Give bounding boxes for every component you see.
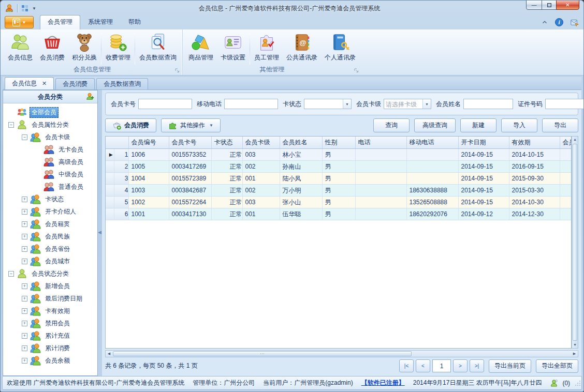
tree-item-7[interactable]: +卡状态 (3, 193, 97, 205)
table-row-1[interactable]: 210050003417269正常002孙南山男2014-09-152016-0… (106, 161, 572, 173)
tree-item-0[interactable]: 全部会员 (3, 106, 97, 118)
ribbon-button-0-2[interactable]: 积分兑换 (68, 31, 100, 64)
column-header-2[interactable]: 卡状态 (211, 137, 242, 149)
chevron-down-icon[interactable]: ▼ (422, 99, 431, 109)
document-tab-1[interactable]: 会员消费 (55, 78, 95, 89)
vertical-scroll-thumb[interactable] (573, 144, 577, 341)
column-header-3[interactable]: 会员卡级 (242, 137, 280, 149)
tree-item-14[interactable]: +新增会员 (3, 280, 97, 292)
expand-node-icon[interactable]: + (22, 296, 27, 301)
expand-node-icon[interactable]: + (22, 246, 27, 252)
page-number-input[interactable] (432, 359, 451, 372)
member-consume-button[interactable]: 会员消费 (105, 118, 156, 132)
column-header-6[interactable]: 电话 (355, 137, 406, 149)
collapse-ribbon-icon[interactable] (541, 19, 548, 26)
tree-item-1[interactable]: −会员属性分类 (3, 118, 97, 131)
expand-node-icon[interactable]: + (22, 345, 27, 351)
info-icon[interactable]: i (554, 18, 564, 27)
scroll-left-arrow[interactable]: ◀ (106, 351, 112, 357)
tree-item-10[interactable]: +会员民族 (3, 230, 97, 243)
dialog-launcher-icon[interactable] (353, 67, 359, 73)
expand-node-icon[interactable]: + (22, 259, 27, 264)
expand-node-icon[interactable]: + (22, 308, 27, 314)
expand-node-icon[interactable]: + (22, 221, 27, 227)
tree-item-20[interactable]: +会员余额 (3, 354, 97, 367)
search-input-4[interactable] (463, 99, 513, 109)
table-row-3[interactable]: 410030003842687正常002万小明男186306388882014-… (106, 185, 572, 197)
tree-item-8[interactable]: +开卡介绍人 (3, 205, 97, 218)
tree-item-19[interactable]: +累计消费 (3, 342, 97, 354)
import-button[interactable]: 导入 (501, 118, 537, 132)
expand-node-icon[interactable]: + (22, 234, 27, 239)
last-page-button[interactable]: >| (470, 359, 484, 372)
export-button[interactable]: 导出 (542, 118, 578, 132)
column-header-1[interactable]: 会员卡号 (169, 137, 211, 149)
ribbon-tab-1[interactable]: 系统管理 (80, 15, 121, 29)
search-dropdown-2[interactable]: ▼ (304, 99, 352, 109)
vertical-scrollbar[interactable]: ▲ ▼ (572, 136, 578, 349)
tree-item-15[interactable]: +最后消费日期 (3, 292, 97, 305)
collapse-node-icon[interactable]: − (8, 122, 14, 128)
tree-item-4[interactable]: 高级会员 (3, 156, 97, 168)
expand-node-icon[interactable]: + (22, 283, 27, 289)
document-tab-0[interactable]: 会员信息✕ (5, 77, 54, 89)
chevron-down-icon[interactable]: ▼ (343, 99, 351, 109)
minimize-button[interactable]: — (526, 0, 542, 10)
table-row-2[interactable]: 310040015572389正常001陆小凤男2014-09-152015-0… (106, 173, 572, 185)
table-row-5[interactable]: 610010003417130正常001伍华聪男186202920762014-… (106, 208, 572, 220)
export-all-pages-button[interactable]: 导出全部页 (536, 359, 578, 373)
column-header-7[interactable]: 移动电话 (406, 137, 458, 149)
tree-item-12[interactable]: +会员城市 (3, 255, 97, 267)
column-header-5[interactable]: 性别 (322, 137, 355, 149)
resize-grip[interactable] (574, 380, 581, 387)
ribbon-button-0-0[interactable]: 会员信息 (4, 31, 36, 64)
search-input-1[interactable] (224, 99, 278, 109)
search-input-0[interactable] (138, 99, 192, 109)
tree-item-11[interactable]: +会员省份 (3, 243, 97, 255)
tree-item-18[interactable]: +累计充值 (3, 329, 97, 342)
scroll-down-arrow[interactable]: ▼ (572, 342, 578, 348)
query-button[interactable]: 查询 (373, 118, 410, 132)
document-tab-2[interactable]: 会员数据查询 (96, 78, 148, 89)
tree-item-6[interactable]: 普通会员 (3, 180, 97, 193)
collapse-panel-arrow[interactable]: ◀ (98, 228, 102, 237)
column-header-0[interactable]: 会员编号 (128, 137, 169, 149)
feedback-mail-icon[interactable] (570, 18, 579, 27)
tree-item-5[interactable]: 中级会员 (3, 168, 97, 180)
ribbon-button-1-4[interactable]: 个人通讯录 (321, 31, 359, 64)
tree-item-2[interactable]: −会员卡级 (3, 131, 97, 143)
registered-link[interactable]: 【软件已注册】 (361, 379, 405, 387)
expand-node-icon[interactable]: + (22, 321, 27, 326)
ribbon-button-0-1[interactable]: 会员消费 (36, 31, 68, 64)
horizontal-scroll-thumb[interactable] (113, 351, 412, 356)
ribbon-tab-0[interactable]: 会员管理 (40, 15, 80, 29)
ribbon-button-1-0[interactable]: 商品管理 (185, 31, 217, 64)
column-header-8[interactable]: 开卡日期 (458, 137, 509, 149)
tree-item-13[interactable]: −会员状态分类 (3, 267, 97, 280)
search-dropdown-3[interactable]: 请选择卡级▼ (384, 99, 431, 109)
maximize-button[interactable] (542, 0, 557, 10)
column-header-9[interactable]: 有效期 (509, 137, 560, 149)
next-page-button[interactable]: > (453, 359, 468, 372)
collapse-node-icon[interactable]: − (8, 271, 14, 277)
customize-toolbar-icon[interactable] (21, 4, 29, 12)
add-category-icon[interactable] (85, 92, 95, 101)
expand-node-icon[interactable]: + (22, 333, 27, 339)
search-input-5[interactable] (545, 99, 584, 109)
tree-item-16[interactable]: +卡有效期 (3, 305, 97, 317)
table-row-0[interactable]: ▶110060015573352正常003林小宝男2014-09-152014-… (106, 149, 572, 161)
ribbon-button-0-3[interactable]: 收费管理 (102, 31, 134, 64)
close-tab-icon[interactable]: ✕ (42, 80, 47, 87)
column-header-4[interactable]: 会员姓名 (280, 137, 322, 149)
advanced-query-button[interactable]: 高级查询 (414, 118, 456, 132)
scroll-right-arrow[interactable]: ▶ (571, 351, 578, 357)
application-menu-button[interactable]: ▼ (5, 16, 34, 28)
new-button[interactable]: 新建 (460, 118, 497, 132)
tree-item-17[interactable]: +禁用会员 (3, 317, 97, 329)
horizontal-scrollbar[interactable]: ◀ ▶ (105, 350, 578, 357)
ribbon-button-1-1[interactable]: 卡级设置 (217, 31, 249, 64)
ribbon-button-1-3[interactable]: @公共通讯录 (283, 31, 321, 64)
toolbar-dropdown-arrow[interactable]: ▼ (32, 6, 36, 11)
tree-item-3[interactable]: 无卡会员 (3, 143, 97, 156)
expand-node-icon[interactable]: + (22, 358, 27, 364)
